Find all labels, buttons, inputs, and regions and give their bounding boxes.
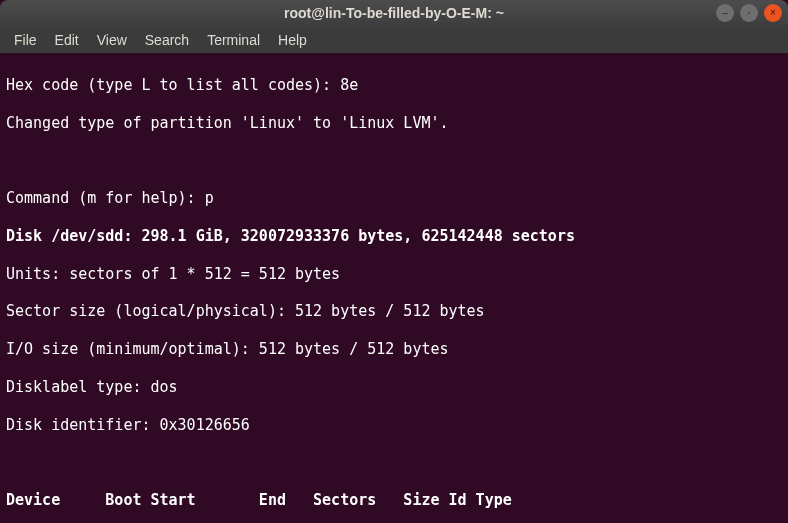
menu-terminal[interactable]: Terminal	[199, 30, 268, 52]
terminal-output[interactable]: Hex code (type L to list all codes): 8e …	[0, 53, 788, 523]
menu-help[interactable]: Help	[270, 30, 315, 52]
terminal-line: Command (m for help): p	[6, 189, 782, 208]
window-controls: – ◦ ×	[716, 4, 782, 22]
terminal-line: Hex code (type L to list all codes): 8e	[6, 76, 782, 95]
terminal-line: I/O size (minimum/optimal): 512 bytes / …	[6, 340, 782, 359]
terminal-line-disk-header: Disk /dev/sdd: 298.1 GiB, 320072933376 b…	[6, 227, 782, 246]
menu-search[interactable]: Search	[137, 30, 197, 52]
terminal-line: Disk identifier: 0x30126656	[6, 416, 782, 435]
close-button[interactable]: ×	[764, 4, 782, 22]
menubar: File Edit View Search Terminal Help	[0, 28, 788, 53]
terminal-line: Changed type of partition 'Linux' to 'Li…	[6, 114, 782, 133]
menu-view[interactable]: View	[89, 30, 135, 52]
terminal-line: Units: sectors of 1 * 512 = 512 bytes	[6, 265, 782, 284]
window-title: root@lin-To-be-filled-by-O-E-M: ~	[284, 5, 504, 23]
terminal-line: Disklabel type: dos	[6, 378, 782, 397]
terminal-line: Sector size (logical/physical): 512 byte…	[6, 302, 782, 321]
minimize-button[interactable]: –	[716, 4, 734, 22]
menu-edit[interactable]: Edit	[47, 30, 87, 52]
menu-file[interactable]: File	[6, 30, 45, 52]
terminal-line	[6, 151, 782, 170]
maximize-button[interactable]: ◦	[740, 4, 758, 22]
terminal-line	[6, 453, 782, 472]
terminal-line-partition-header: Device Boot Start End Sectors Size Id Ty…	[6, 491, 782, 510]
titlebar: root@lin-To-be-filled-by-O-E-M: ~ – ◦ ×	[0, 0, 788, 28]
